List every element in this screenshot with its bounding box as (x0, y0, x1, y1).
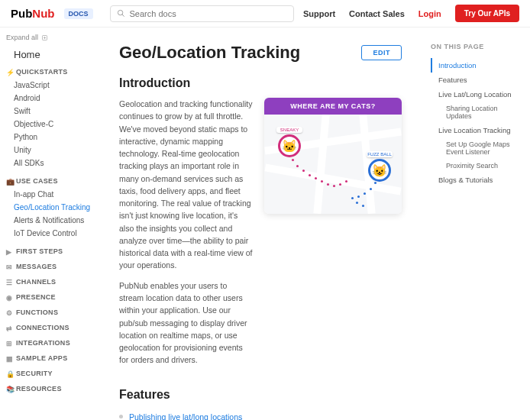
sidebar: Expand all Home ⚡QUICKSTARTSJavaScriptAn… (0, 27, 98, 420)
nav-item[interactable]: Python (6, 131, 98, 144)
map-pin-a: SNEAKY 🐱 (276, 127, 302, 157)
section-icon: 🔒 (6, 370, 13, 377)
nav-item[interactable]: IoT Device Control (6, 227, 98, 240)
nav-section-header[interactable]: ⚙FUNCTIONS (6, 309, 98, 316)
search-icon (117, 9, 125, 18)
header: PubNub DOCS Support Contact Sales Login … (0, 0, 530, 27)
section-icon: ⚙ (6, 309, 13, 316)
section-icon: 📚 (6, 386, 13, 393)
nav-item[interactable]: JavaScript (6, 79, 98, 92)
nav-item[interactable]: Unity (6, 144, 98, 157)
section-icon: ☰ (6, 279, 13, 286)
nav-section-header[interactable]: ⇄CONNECTIONS (6, 324, 98, 331)
nav-item[interactable]: Geo/Location Tracking (6, 201, 98, 214)
nav-section-header[interactable]: 📚RESOURCES (6, 385, 98, 393)
table-of-contents: ON THIS PAGE IntroductionFeaturesLive La… (423, 27, 530, 420)
section-icon: ▦ (6, 355, 13, 362)
main-content: Geo/Location Tracking EDIT Introduction … (98, 27, 423, 420)
nav-section-header[interactable]: 💼USE CASES (6, 177, 98, 185)
feature-item: Publishing live lat/long locations (119, 409, 402, 420)
expand-all-toggle[interactable]: Expand all (6, 34, 98, 41)
toc-item[interactable]: Live Lat/Long Location (431, 87, 522, 102)
section-icon: ⊞ (6, 340, 13, 347)
try-apis-button[interactable]: Try Our APIs (455, 5, 519, 22)
nav-section-header[interactable]: ▦SAMPLE APPS (6, 354, 98, 362)
nav-item[interactable]: Alerts & Notifications (6, 214, 98, 227)
nav-section-header[interactable]: ✉MESSAGES (6, 263, 98, 270)
edit-button[interactable]: EDIT (361, 45, 402, 60)
nav-section-header[interactable]: ⊞INTEGRATIONS (6, 339, 98, 347)
nav-section-header[interactable]: ◉PRESENCE (6, 293, 98, 301)
toc-item[interactable]: Live Location Tracking (431, 123, 522, 137)
intro-heading: Introduction (119, 76, 402, 90)
nav-item[interactable]: Objective-C (6, 118, 98, 131)
nav-item[interactable]: Android (6, 92, 98, 105)
map-title: WHERE ARE MY CATS? (264, 98, 402, 115)
map-pin-b: FUZZ BALL 😺 (367, 151, 393, 182)
support-link[interactable]: Support (303, 9, 335, 18)
header-right: Support Contact Sales Login Try Our APIs (303, 5, 519, 22)
nav-section-header[interactable]: 🔒SECURITY (6, 370, 98, 377)
nav-item[interactable]: All SDKs (6, 157, 98, 170)
contact-link[interactable]: Contact Sales (349, 9, 405, 18)
nav-item[interactable]: Swift (6, 105, 98, 118)
svg-point-0 (118, 10, 122, 15)
svg-line-1 (121, 15, 124, 17)
toc-sub-item[interactable]: Proximity Search (431, 159, 522, 173)
section-icon: ◉ (6, 294, 13, 301)
feature-link[interactable]: Publishing live lat/long locations (129, 412, 242, 420)
toc-sub-item[interactable]: Set Up Google Maps Event Listener (431, 137, 522, 159)
nav-section-header[interactable]: ⚡QUICKSTARTS (6, 68, 98, 76)
map-illustration: WHERE ARE MY CATS? SNEAKY 🐱 FUZZ BALL 😺 (264, 98, 402, 214)
search-input-wrap[interactable] (110, 5, 294, 22)
toc-item[interactable]: Features (431, 73, 522, 87)
toc-sub-item[interactable]: Sharing Location Updates (431, 102, 522, 123)
feature-list: Publishing live lat/long locationsDispla… (119, 409, 402, 420)
section-icon: ⚡ (6, 69, 13, 76)
nav-section-header[interactable]: ▶FIRST STEPS (6, 247, 98, 255)
section-icon: ▶ (6, 248, 13, 255)
nav-item[interactable]: In-app Chat (6, 188, 98, 201)
intro-paragraph: Geolocation and tracking functionality c… (119, 98, 254, 272)
docs-badge: DOCS (64, 8, 93, 19)
logo[interactable]: PubNub (11, 7, 55, 20)
nav-home[interactable]: Home (14, 49, 98, 60)
toc-item[interactable]: Introduction (431, 58, 522, 73)
nav-section-header[interactable]: ☰CHANNELS (6, 278, 98, 286)
intro-paragraph: PubNub enables your users to stream loca… (119, 279, 254, 367)
page-title: Geo/Location Tracking (119, 43, 300, 63)
features-heading: Features (119, 388, 402, 402)
section-icon: ⇄ (6, 325, 13, 331)
toc-item[interactable]: Blogs & Tutorials (431, 173, 522, 187)
section-icon: 💼 (6, 178, 13, 185)
toc-title: ON THIS PAGE (431, 43, 522, 50)
search-input[interactable] (130, 9, 287, 18)
login-link[interactable]: Login (419, 9, 441, 18)
section-icon: ✉ (6, 263, 13, 270)
expand-icon (41, 34, 48, 41)
